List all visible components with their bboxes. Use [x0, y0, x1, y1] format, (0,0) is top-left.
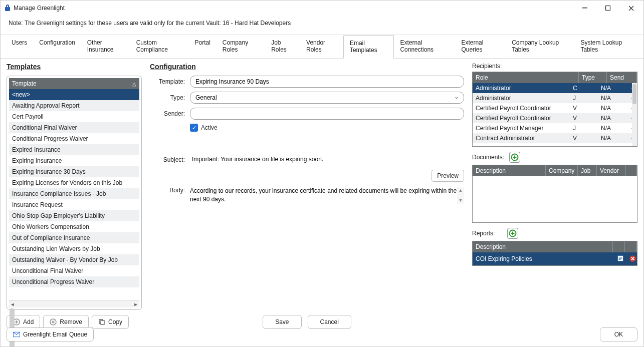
body-vscrollbar[interactable]: ▲ ▼ — [457, 187, 464, 204]
tab-portal[interactable]: Portal — [188, 35, 216, 58]
type-select[interactable] — [190, 92, 464, 104]
scroll-left-icon[interactable]: ◄ — [9, 301, 16, 308]
ok-button[interactable]: OK — [600, 327, 637, 341]
template-item[interactable]: Expiring Licenses for Vendors on this Jo… — [9, 177, 139, 188]
recipient-role: Certified Payroll Coordinator — [473, 113, 570, 123]
body-textarea[interactable] — [190, 187, 457, 204]
delete-report-button[interactable] — [625, 252, 637, 265]
svg-rect-5 — [101, 320, 104, 324]
sender-input[interactable] — [190, 108, 464, 120]
template-item[interactable]: Ohio Workers Compensation — [9, 221, 139, 232]
sort-asc-icon: △ — [132, 81, 136, 87]
template-item[interactable]: Outstanding Waiver - By Vendor By Job — [9, 254, 139, 265]
template-item[interactable]: <new> — [9, 89, 139, 100]
tab-external-connections[interactable]: External Connections — [394, 35, 455, 58]
recipients-grid: Role Type Send AdministratorCN/A▾Adminis… — [472, 72, 637, 147]
documents-col-extra — [626, 165, 637, 176]
tab-email-templates[interactable]: Email Templates — [343, 35, 394, 59]
edit-report-button[interactable] — [613, 252, 625, 265]
recipient-type: C — [570, 83, 598, 93]
template-item[interactable]: Unconditional Progress Waiver — [9, 276, 139, 287]
recipient-type: V — [570, 113, 598, 123]
cancel-button[interactable]: Cancel — [308, 315, 351, 329]
template-item[interactable]: Outstanding Lien Waivers by Job — [9, 243, 139, 254]
recipient-send: N/A — [598, 83, 628, 93]
recipient-row[interactable]: Certified Payroll CoordinatorVN/A▾ — [473, 103, 637, 113]
greenlight-email-queue-button[interactable]: Greenlight Email Queue — [7, 327, 94, 341]
copy-label: Copy — [108, 318, 122, 325]
maximize-button[interactable] — [599, 2, 616, 14]
recipient-row[interactable]: Certified Payroll CoordinatorVN/A▾ — [473, 113, 637, 123]
template-column-label: Template — [12, 80, 37, 87]
tab-other-insurance[interactable]: Other Insurance — [81, 35, 130, 58]
documents-col-vendor[interactable]: Vendor — [597, 165, 626, 176]
recipients-vscrollbar[interactable] — [632, 83, 637, 146]
tab-custom-compliance[interactable]: Custom Compliance — [130, 35, 189, 58]
template-item[interactable]: Insurance Request — [9, 199, 139, 210]
template-hscrollbar[interactable]: ◄ ► — [9, 300, 139, 307]
reports-col-description[interactable]: Description — [473, 241, 613, 252]
template-item[interactable]: Insurance Compliance Issues - Job — [9, 188, 139, 199]
tab-configuration[interactable]: Configuration — [33, 35, 81, 58]
tab-vendor-roles[interactable]: Vendor Roles — [300, 35, 343, 58]
recipient-send: N/A — [598, 133, 628, 143]
template-item[interactable]: Cert Payroll — [9, 111, 139, 122]
recipient-send: N/A — [598, 123, 628, 133]
close-button[interactable] — [622, 2, 639, 14]
body-label: Body: — [150, 187, 185, 194]
copy-template-button[interactable]: Copy — [92, 315, 129, 329]
recipients-col-type[interactable]: Type — [579, 72, 607, 83]
report-row[interactable]: COI Expiring Policies — [473, 252, 637, 265]
documents-col-company[interactable]: Company — [546, 165, 578, 176]
template-item[interactable]: Expiring Insurance 30 Days — [9, 166, 139, 177]
recipient-row[interactable]: AdministratorCN/A▾ — [473, 83, 637, 93]
svg-rect-0 — [582, 8, 587, 9]
template-item[interactable]: Conditional Final Waiver — [9, 122, 139, 133]
recipient-role: Certified Payroll Manager — [473, 123, 570, 133]
tab-system-lookup-tables[interactable]: System Lookup Tables — [574, 35, 638, 58]
template-item[interactable]: Ohio Stop Gap Employer's Liability — [9, 210, 139, 221]
tab-company-lookup-tables[interactable]: Company Lookup Tables — [506, 35, 574, 58]
documents-heading: Documents: — [472, 154, 504, 161]
preview-button[interactable]: Preview — [432, 170, 464, 182]
template-label: Template: — [150, 78, 185, 85]
svg-rect-10 — [619, 258, 622, 259]
documents-col-job[interactable]: Job — [578, 165, 597, 176]
recipient-row[interactable]: AdministratorJN/A▾ — [473, 93, 637, 103]
recipient-row[interactable]: Contract AdministratorVN/A▾ — [473, 133, 637, 143]
tab-job-roles[interactable]: Job Roles — [265, 35, 300, 58]
template-item[interactable]: Expired Insurance — [9, 144, 139, 155]
remove-template-button[interactable]: Remove — [43, 315, 89, 329]
tab-users[interactable]: Users — [6, 35, 33, 58]
template-item[interactable]: Out of Compliance Insurance — [9, 232, 139, 243]
envelope-icon — [13, 331, 20, 338]
tab-company-roles[interactable]: Company Roles — [217, 35, 265, 58]
save-button[interactable]: Save — [263, 315, 301, 329]
template-name-input[interactable] — [190, 76, 464, 88]
add-document-button[interactable] — [509, 152, 520, 163]
template-column-header[interactable]: Template △ — [9, 78, 139, 89]
report-description: COI Expiring Policies — [473, 254, 613, 264]
recipients-col-send[interactable]: Send — [607, 72, 637, 83]
tab-external-queries[interactable]: External Queries — [455, 35, 506, 58]
scroll-right-icon[interactable]: ► — [132, 301, 139, 308]
reports-col-edit — [613, 241, 625, 252]
active-checkbox[interactable]: ✓ — [190, 124, 198, 132]
templates-heading: Templates — [7, 63, 142, 71]
recipient-role: Certified Payroll Coordinator — [473, 103, 570, 113]
subject-input[interactable] — [190, 155, 464, 164]
template-item[interactable]: Expiring Insurance — [9, 155, 139, 166]
minimize-button[interactable] — [576, 2, 593, 14]
svg-rect-9 — [619, 257, 622, 257]
add-report-button[interactable] — [507, 228, 518, 239]
template-item[interactable]: Unconditional Final Waiver — [9, 265, 139, 276]
template-item[interactable]: Conditional Progress Waiver — [9, 133, 139, 144]
template-item[interactable]: Awaiting Approval Report — [9, 100, 139, 111]
recipients-col-role[interactable]: Role — [473, 72, 579, 83]
documents-grid: Description Company Job Vendor — [472, 165, 637, 223]
recipient-role: Contract Administrator — [473, 133, 570, 143]
scroll-down-icon[interactable]: ▼ — [457, 197, 464, 204]
scroll-up-icon[interactable]: ▲ — [457, 187, 464, 194]
recipient-row[interactable]: Certified Payroll ManagerJN/A▾ — [473, 123, 637, 133]
documents-col-description[interactable]: Description — [473, 165, 546, 176]
